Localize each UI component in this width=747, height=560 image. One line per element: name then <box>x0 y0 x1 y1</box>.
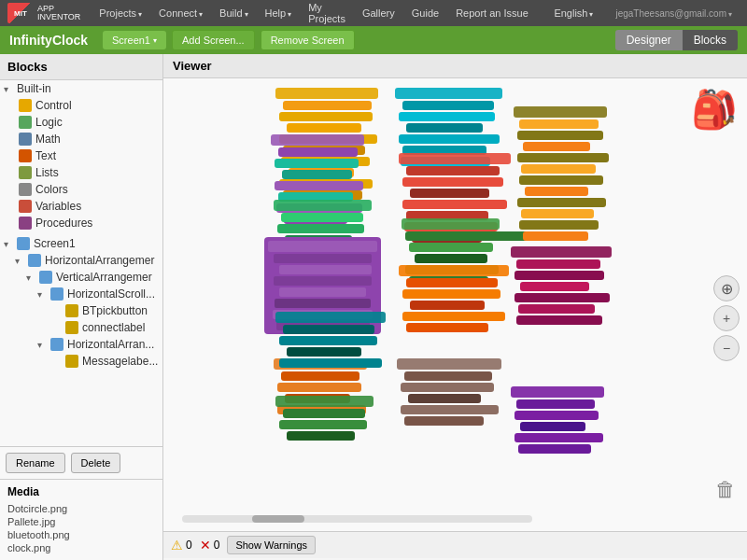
nav-language[interactable]: English <box>546 4 600 22</box>
designer-toggle-button[interactable]: Designer <box>615 30 683 50</box>
tree-messagelabel[interactable]: Messagelabe... <box>0 353 162 370</box>
block-cluster-right-4 <box>399 265 509 332</box>
sidebar-item-text[interactable]: Text <box>0 147 162 164</box>
harr1-icon <box>28 254 41 267</box>
mit-logo: MIT <box>7 3 34 23</box>
block-cluster-bottom-4 <box>511 386 604 454</box>
tree-hscroll[interactable]: ▾ HorizontalScroll... <box>0 286 162 302</box>
main-content: Blocks ▾ Built-in Control Logic Math <box>0 54 747 560</box>
hscroll-expand-icon: ▾ <box>37 289 50 300</box>
blocks-canvas: 🎒 <box>163 78 747 558</box>
screen1-expand-icon: ▾ <box>4 239 17 249</box>
tree-connectlabel[interactable]: connectlabel <box>0 319 162 336</box>
math-icon <box>19 133 32 146</box>
control-label: Control <box>35 99 72 112</box>
harr1-expand-icon: ▾ <box>15 256 28 266</box>
media-section: Media Dotcircle.png Pallete.jpg bluetoot… <box>0 479 162 560</box>
sidebar-item-colors[interactable]: Colors <box>0 181 162 198</box>
block-cluster-bottom-3 <box>397 358 501 426</box>
sidebar-item-lists[interactable]: Lists <box>0 164 162 181</box>
media-item-2: bluetooth.png <box>7 528 155 541</box>
zoom-out-button[interactable]: − <box>713 335 740 361</box>
sidebar-header: Blocks <box>0 54 162 80</box>
nav-help[interactable]: Help <box>258 4 300 22</box>
canvas-area[interactable]: 🎒 <box>163 78 747 558</box>
screen-selector[interactable]: Screen1 <box>103 31 166 49</box>
toolbar: InfinityClock Screen1 Add Screen... Remo… <box>0 26 747 54</box>
btpick-label: BTpickbutton <box>82 304 148 317</box>
nav-report[interactable]: Report an Issue <box>448 4 536 22</box>
warning-icon: ⚠ <box>171 538 183 553</box>
show-warnings-button[interactable]: Show Warnings <box>227 536 316 554</box>
builtin-expand-icon: ▾ <box>4 84 17 94</box>
messagelabel-expand-icon <box>52 357 65 367</box>
zoom-controls: ⊕ + − <box>713 275 740 361</box>
messagelabel-icon <box>65 355 78 368</box>
btpick-icon <box>65 304 78 317</box>
add-screen-button[interactable]: Add Screen... <box>172 30 255 50</box>
error-section: ✕ 0 <box>200 538 220 553</box>
nav-right-section: English jegaTheesans@gmail.com <box>546 4 740 22</box>
math-label: Math <box>35 133 61 146</box>
viewer-panel: Viewer 🎒 <box>163 54 747 560</box>
warning-count: 0 <box>186 539 192 552</box>
trash-area[interactable]: 🗑 <box>715 478 736 502</box>
tree-harr2[interactable]: ▾ HorizontalArran... <box>0 336 162 353</box>
media-item-1: Pallete.jpg <box>7 515 155 528</box>
nav-user-email[interactable]: jegaTheesans@gmail.com <box>608 5 740 22</box>
hscroll-icon <box>50 287 63 301</box>
varr-expand-icon: ▾ <box>26 273 39 283</box>
harr2-icon <box>50 338 63 351</box>
connectlabel-label: connectlabel <box>82 321 145 334</box>
logo-area: MIT APPINVENTOR <box>7 3 80 23</box>
tree-varr[interactable]: ▾ VerticalArrangemer <box>0 269 162 286</box>
screen1-label: Screen1 <box>34 237 76 250</box>
builtin-section[interactable]: ▾ Built-in <box>0 80 162 97</box>
remove-screen-button[interactable]: Remove Screen <box>261 30 355 50</box>
pan-button[interactable]: ⊕ <box>713 275 740 301</box>
viewer-header: Viewer <box>163 54 747 78</box>
sidebar-actions: Rename Delete <box>0 446 162 479</box>
tree-btpick[interactable]: BTpickbutton <box>0 302 162 319</box>
lists-icon <box>19 166 32 179</box>
lists-label: Lists <box>35 166 59 179</box>
trash-icon: 🗑 <box>715 478 736 502</box>
sidebar-item-variables[interactable]: Variables <box>0 198 162 215</box>
sidebar-item-procedures[interactable]: Procedures <box>0 215 162 231</box>
nav-projects[interactable]: Projects <box>92 4 149 22</box>
block-cluster-far-right-2 <box>511 246 612 325</box>
connectlabel-expand-icon <box>52 323 65 333</box>
nav-build[interactable]: Build <box>212 4 255 22</box>
media-item-3: clock.png <box>7 541 155 554</box>
delete-button[interactable]: Delete <box>71 453 121 473</box>
blocks-toggle-button[interactable]: Blocks <box>683 30 738 50</box>
horizontal-scrollbar[interactable] <box>182 515 532 523</box>
sidebar-item-math[interactable]: Math <box>0 131 162 147</box>
media-header: Media <box>7 485 155 498</box>
btpick-expand-icon <box>52 306 65 316</box>
harr2-expand-icon: ▾ <box>37 340 50 350</box>
block-cluster-center <box>275 312 386 368</box>
zoom-in-button[interactable]: + <box>713 305 740 331</box>
sidebar-scroll[interactable]: ▾ Built-in Control Logic Math Text <box>0 80 162 446</box>
nav-my-projects[interactable]: MyProjects <box>301 0 353 28</box>
nav-gallery[interactable]: Gallery <box>355 4 402 22</box>
media-item-0: Dotcircle.png <box>7 502 155 515</box>
rename-button[interactable]: Rename <box>6 453 65 473</box>
procedures-icon <box>19 217 32 230</box>
bag-icon: 🎒 <box>691 88 738 132</box>
harr1-label: HorizontalArrangemer <box>45 254 154 267</box>
sidebar-item-logic[interactable]: Logic <box>0 114 162 131</box>
sidebar-item-control[interactable]: Control <box>0 97 162 114</box>
varr-label: VerticalArrangemer <box>56 271 152 284</box>
logic-label: Logic <box>35 116 63 129</box>
sidebar: Blocks ▾ Built-in Control Logic Math <box>0 54 163 560</box>
error-icon: ✕ <box>200 538 211 553</box>
messagelabel-label: Messagelabe... <box>82 355 158 368</box>
nav-connect[interactable]: Connect <box>151 4 210 22</box>
variables-label: Variables <box>35 200 81 213</box>
warning-section: ⚠ 0 <box>171 538 192 553</box>
tree-harr1[interactable]: ▾ HorizontalArrangemer <box>0 252 162 269</box>
screen1-section[interactable]: ▾ Screen1 <box>0 235 162 252</box>
nav-guide[interactable]: Guide <box>404 4 446 22</box>
